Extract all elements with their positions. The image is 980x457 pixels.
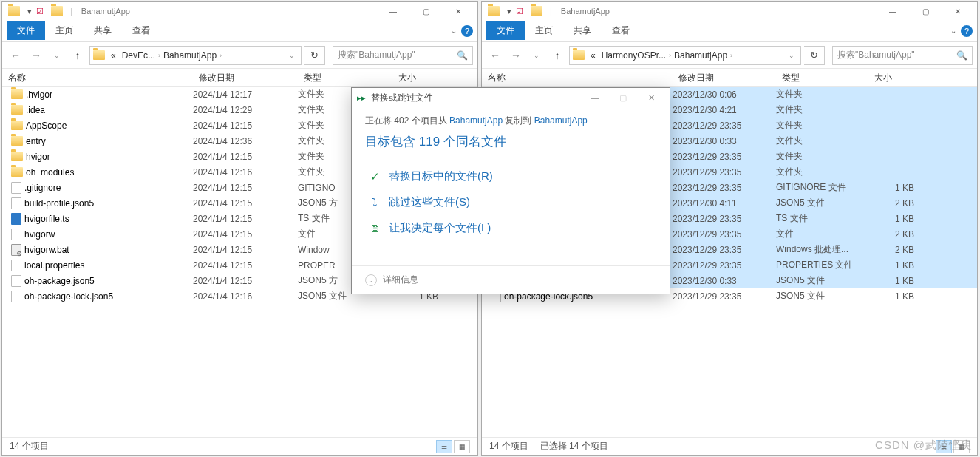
qat-chevron[interactable]: ▾ bbox=[27, 7, 32, 16]
file-date: 2023/12/29 23:35 bbox=[673, 245, 776, 255]
tab-share[interactable]: 共享 bbox=[84, 21, 122, 40]
file-date: 2024/1/4 12:15 bbox=[193, 229, 298, 240]
qat-chevron[interactable]: ▾ bbox=[507, 7, 511, 16]
recent-chevron-icon[interactable]: ⌄ bbox=[48, 47, 66, 64]
file-size: 1 KB bbox=[868, 291, 914, 302]
expand-chevron-icon[interactable]: ⌄ bbox=[365, 274, 377, 286]
file-type: GITIGNORE 文件 bbox=[776, 181, 868, 194]
ribbon-chevron-icon[interactable]: ⌄ bbox=[950, 27, 956, 35]
column-name[interactable]: 名称 bbox=[482, 69, 673, 86]
file-date: 2024/1/4 12:15 bbox=[193, 245, 298, 255]
folder-icon bbox=[8, 6, 20, 16]
qat-check-icon[interactable]: ☑ bbox=[516, 7, 523, 16]
file-date: 2024/1/4 12:15 bbox=[193, 198, 298, 209]
column-type[interactable]: 类型 bbox=[776, 69, 868, 86]
back-button[interactable]: ← bbox=[7, 47, 24, 64]
breadcrumb-item[interactable]: BahamutjApp bbox=[671, 50, 730, 61]
tab-home[interactable]: 主页 bbox=[525, 21, 563, 40]
tab-view[interactable]: 查看 bbox=[122, 21, 160, 40]
minimize-button[interactable]: — bbox=[581, 93, 609, 102]
breadcrumb-overflow[interactable]: « bbox=[588, 50, 599, 61]
address-dropdown-icon[interactable]: ⌄ bbox=[786, 52, 797, 59]
option-skip[interactable]: ⤵ 跳过这些文件(S) bbox=[365, 189, 656, 215]
back-button[interactable]: ← bbox=[486, 47, 504, 64]
file-name: entry bbox=[26, 136, 46, 146]
column-headers: 名称 修改日期 类型 大小 bbox=[2, 69, 477, 87]
column-date[interactable]: 修改日期 bbox=[673, 69, 776, 86]
file-date: 2023/12/29 23:35 bbox=[673, 260, 776, 271]
option-replace[interactable]: ✓ 替换目标中的文件(R) bbox=[365, 163, 656, 189]
minimize-button[interactable]: — bbox=[877, 2, 909, 20]
ts-icon bbox=[11, 213, 21, 225]
file-type: 文件夹 bbox=[776, 150, 868, 163]
titlebar[interactable]: ▾ ☑ | BahamutjApp — ▢ ✕ bbox=[482, 2, 977, 20]
forward-button[interactable]: → bbox=[27, 47, 45, 64]
view-details-button[interactable]: ☰ bbox=[436, 440, 452, 453]
file-date: 2024/1/4 12:15 bbox=[193, 152, 298, 162]
column-headers: 名称 修改日期 类型 大小 bbox=[482, 69, 977, 87]
dialog-titlebar[interactable]: ▸▸ 替换或跳过文件 — ▢ ✕ bbox=[352, 88, 670, 107]
up-button[interactable]: ↑ bbox=[69, 47, 86, 64]
file-type: JSON5 文件 bbox=[776, 290, 868, 302]
close-button[interactable]: ✕ bbox=[942, 2, 974, 20]
close-button[interactable]: ✕ bbox=[442, 2, 474, 20]
chevron-right-icon[interactable]: › bbox=[220, 52, 222, 59]
ribbon: 文件 主页 共享 查看 ⌄ ? bbox=[2, 20, 477, 42]
column-size[interactable]: 大小 bbox=[392, 69, 441, 86]
search-input[interactable]: 搜索"BahamutjApp" 🔍 bbox=[333, 46, 473, 65]
address-dropdown-icon[interactable]: ⌄ bbox=[286, 52, 298, 59]
source-link[interactable]: BahamutjApp bbox=[449, 115, 503, 126]
file-type: 文件夹 bbox=[776, 119, 868, 132]
breadcrumb-overflow[interactable]: « bbox=[108, 50, 119, 61]
column-size[interactable]: 大小 bbox=[868, 69, 917, 86]
help-icon[interactable]: ? bbox=[961, 25, 973, 37]
tab-file[interactable]: 文件 bbox=[486, 21, 525, 40]
help-icon[interactable]: ? bbox=[461, 25, 473, 37]
ribbon-chevron-icon[interactable]: ⌄ bbox=[451, 27, 457, 35]
view-icons-button[interactable]: ▦ bbox=[454, 440, 470, 453]
file-name: hvigorfile.ts bbox=[24, 214, 69, 224]
refresh-button[interactable]: ↻ bbox=[304, 46, 325, 65]
up-button[interactable]: ↑ bbox=[548, 47, 566, 64]
qat-sep: | bbox=[70, 7, 72, 16]
compare-icon: 🗎 bbox=[368, 222, 381, 234]
search-icon[interactable]: 🔍 bbox=[956, 50, 967, 61]
more-details[interactable]: 详细信息 bbox=[383, 274, 418, 286]
file-type: TS 文件 bbox=[776, 212, 868, 225]
close-button[interactable]: ✕ bbox=[637, 93, 665, 103]
file-icon bbox=[11, 291, 21, 302]
breadcrumb-item[interactable]: BahamutjApp bbox=[160, 50, 220, 61]
tab-share[interactable]: 共享 bbox=[563, 21, 602, 40]
file-date: 2024/1/4 12:16 bbox=[193, 167, 298, 177]
search-icon[interactable]: 🔍 bbox=[457, 50, 468, 61]
search-input[interactable]: 搜索"BahamutjApp" 🔍 bbox=[832, 46, 973, 65]
dest-link[interactable]: BahamutjApp bbox=[534, 115, 588, 126]
maximize-button[interactable]: ▢ bbox=[909, 2, 942, 20]
chevron-right-icon[interactable]: › bbox=[730, 52, 732, 59]
titlebar[interactable]: ▾ ☑ | BahamutjApp — ▢ ✕ bbox=[2, 2, 477, 20]
qat-check-icon[interactable]: ☑ bbox=[36, 7, 44, 16]
column-name[interactable]: 名称 bbox=[2, 69, 193, 86]
file-date: 2024/1/4 12:15 bbox=[193, 121, 298, 131]
statusbar: 14 个项目 ☰ ▦ bbox=[2, 437, 477, 455]
recent-chevron-icon[interactable]: ⌄ bbox=[528, 47, 545, 64]
skip-arrow-icon: ⤵ bbox=[368, 196, 381, 209]
breadcrumb-item[interactable]: DevEc... bbox=[119, 50, 158, 61]
column-type[interactable]: 类型 bbox=[298, 69, 392, 86]
forward-button[interactable]: → bbox=[507, 47, 525, 64]
file-name: oh_modules bbox=[26, 167, 74, 177]
tab-home[interactable]: 主页 bbox=[45, 21, 84, 40]
tab-file[interactable]: 文件 bbox=[7, 21, 45, 40]
maximize-button: ▢ bbox=[609, 93, 637, 103]
status-count: 14 个项目 bbox=[489, 440, 528, 453]
file-name: oh-package-lock.json5 bbox=[24, 291, 113, 302]
maximize-button[interactable]: ▢ bbox=[409, 2, 442, 20]
option-decide[interactable]: 🗎 让我决定每个文件(L) bbox=[365, 215, 656, 241]
tab-view[interactable]: 查看 bbox=[602, 21, 640, 40]
address-bar[interactable]: « DevEc... › BahamutjApp › ⌄ bbox=[89, 46, 302, 65]
minimize-button[interactable]: — bbox=[377, 2, 409, 20]
breadcrumb-item[interactable]: HarmonyOSPr... bbox=[599, 50, 669, 61]
address-bar[interactable]: « HarmonyOSPr... › BahamutjApp › ⌄ bbox=[569, 46, 801, 65]
column-date[interactable]: 修改日期 bbox=[193, 69, 298, 86]
refresh-button[interactable]: ↻ bbox=[804, 46, 825, 65]
